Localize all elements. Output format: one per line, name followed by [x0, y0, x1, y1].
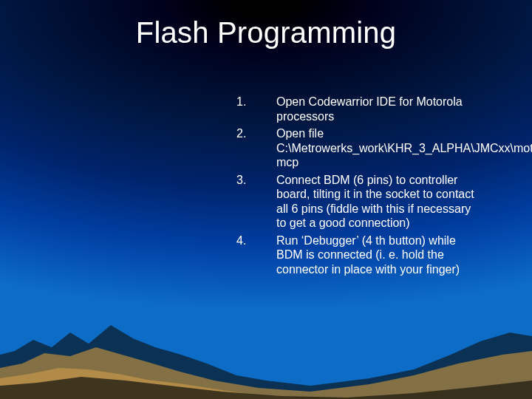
list-number: 4. — [235, 233, 276, 277]
list-item: 1. Open Codewarrior IDE for Motorola pro… — [235, 95, 479, 123]
list-text: Run ‘Debugger’ (4 th button) while BDM i… — [276, 233, 479, 277]
list-text: Open file C:\Metrowerks_work\KHR_3_ALPHA… — [276, 126, 532, 170]
slide-title: Flash Programming — [0, 16, 532, 50]
list-number: 2. — [235, 126, 276, 170]
instruction-list: 1. Open Codewarrior IDE for Motorola pro… — [235, 95, 479, 279]
list-text: Open Codewarrior IDE for Motorola proces… — [276, 95, 479, 123]
list-number: 3. — [235, 173, 276, 231]
list-item: 4. Run ‘Debugger’ (4 th button) while BD… — [235, 233, 479, 277]
list-text: Connect BDM (6 pins) to controller board… — [276, 173, 479, 231]
list-item: 3. Connect BDM (6 pins) to controller bo… — [235, 173, 479, 231]
list-number: 1. — [235, 95, 276, 123]
list-item: 2. Open file C:\Metrowerks_work\KHR_3_AL… — [235, 126, 479, 170]
slide: Flash Programming 1. Open Codewarrior ID… — [0, 0, 532, 399]
terrain-decoration — [0, 310, 532, 399]
